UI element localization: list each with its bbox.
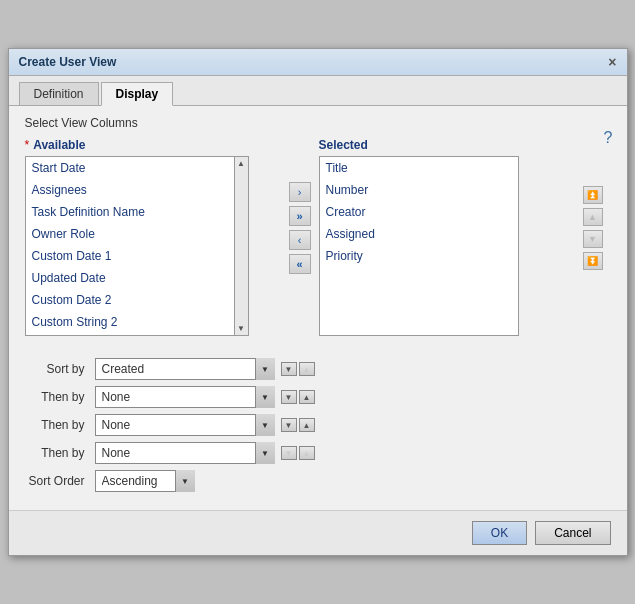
- then-by-1-row: Then by None Title Number Creator Assign…: [25, 386, 611, 408]
- dialog-titlebar: Create User View ×: [9, 49, 627, 76]
- sort-order-label: Sort Order: [25, 474, 85, 488]
- order-up-button[interactable]: ▲: [583, 208, 603, 226]
- list-item[interactable]: Custom String 2: [26, 311, 234, 333]
- sort-by-select-wrap: None Title Number Creator Assigned Prior…: [95, 358, 275, 380]
- columns-area: * Available Start Date Assignees Task De…: [25, 138, 611, 336]
- transfer-left-single-button[interactable]: ‹: [289, 230, 311, 250]
- cancel-button[interactable]: Cancel: [535, 521, 610, 545]
- available-scroll-down[interactable]: ▼: [237, 324, 245, 333]
- then-by-2-arrows: ▼ ▲: [281, 418, 315, 432]
- list-item[interactable]: Start Date: [26, 157, 234, 179]
- then-by-3-down-button[interactable]: ▼: [281, 446, 297, 460]
- available-listbox[interactable]: Start Date Assignees Task Definition Nam…: [25, 156, 235, 336]
- help-icon[interactable]: ?: [604, 129, 613, 147]
- ok-button[interactable]: OK: [472, 521, 527, 545]
- then-by-1-arrows: ▼ ▲: [281, 390, 315, 404]
- order-buttons: ⏫ ▲ ▼ ⏬: [575, 138, 611, 318]
- sort-area: Sort by None Title Number Creator Assign…: [25, 350, 611, 500]
- available-label: Available: [33, 138, 85, 152]
- then-by-1-label: Then by: [25, 390, 85, 404]
- list-item[interactable]: Custom Date 1: [26, 245, 234, 267]
- list-item[interactable]: Custom Date 2: [26, 289, 234, 311]
- dialog-body: ? Select View Columns * Available Start …: [9, 106, 627, 510]
- then-by-3-row: Then by None Title Number Creator Assign…: [25, 442, 611, 464]
- then-by-2-select-wrap: None Title Number Creator Assigned Prior…: [95, 414, 275, 436]
- then-by-1-select[interactable]: None Title Number Creator Assigned Prior…: [95, 386, 275, 408]
- sort-by-select[interactable]: None Title Number Creator Assigned Prior…: [95, 358, 275, 380]
- selected-label: Selected: [319, 138, 368, 152]
- selected-listbox[interactable]: Title Number Creator Assigned Priority: [319, 156, 519, 336]
- selected-panel: Selected Title Number Creator Assigned P…: [319, 138, 575, 336]
- tab-bar: Definition Display: [9, 76, 627, 106]
- then-by-3-select[interactable]: None Title Number Creator Assigned Prior…: [95, 442, 275, 464]
- section-label: Select View Columns: [25, 116, 611, 130]
- available-panel: * Available Start Date Assignees Task De…: [25, 138, 281, 336]
- sort-by-row: Sort by None Title Number Creator Assign…: [25, 358, 611, 380]
- selected-header: Selected: [319, 138, 575, 152]
- sort-by-down-button[interactable]: ▼: [281, 362, 297, 376]
- close-button[interactable]: ×: [608, 55, 616, 69]
- then-by-3-select-wrap: None Title Number Creator Assigned Prior…: [95, 442, 275, 464]
- required-asterisk: *: [25, 138, 30, 152]
- then-by-2-row: Then by None Title Number Creator Assign…: [25, 414, 611, 436]
- transfer-buttons: › » ‹ «: [281, 138, 319, 318]
- list-item[interactable]: Created: [26, 333, 234, 336]
- list-item[interactable]: Assigned: [320, 223, 518, 245]
- then-by-2-up-button[interactable]: ▲: [299, 418, 315, 432]
- list-item[interactable]: Priority: [320, 245, 518, 267]
- create-user-view-dialog: Create User View × Definition Display ? …: [8, 48, 628, 556]
- then-by-1-down-button[interactable]: ▼: [281, 390, 297, 404]
- list-item[interactable]: Number: [320, 179, 518, 201]
- sort-order-select[interactable]: Ascending Descending: [95, 470, 195, 492]
- then-by-1-up-button[interactable]: ▲: [299, 390, 315, 404]
- list-item[interactable]: Assignees: [26, 179, 234, 201]
- sort-by-label: Sort by: [25, 362, 85, 376]
- order-bottom-button[interactable]: ⏬: [583, 252, 603, 270]
- transfer-right-all-button[interactable]: »: [289, 206, 311, 226]
- list-item[interactable]: Updated Date: [26, 267, 234, 289]
- sort-order-select-wrap: Ascending Descending ▼: [95, 470, 195, 492]
- then-by-3-label: Then by: [25, 446, 85, 460]
- transfer-left-all-button[interactable]: «: [289, 254, 311, 274]
- then-by-3-up-button[interactable]: ▲: [299, 446, 315, 460]
- list-item[interactable]: Task Definition Name: [26, 201, 234, 223]
- list-item[interactable]: Owner Role: [26, 223, 234, 245]
- list-item[interactable]: Title: [320, 157, 518, 179]
- sort-by-arrows: ▼ ▲: [281, 362, 315, 376]
- order-down-button[interactable]: ▼: [583, 230, 603, 248]
- available-scroll-up[interactable]: ▲: [237, 159, 245, 168]
- list-item[interactable]: Creator: [320, 201, 518, 223]
- then-by-2-select[interactable]: None Title Number Creator Assigned Prior…: [95, 414, 275, 436]
- then-by-1-select-wrap: None Title Number Creator Assigned Prior…: [95, 386, 275, 408]
- dialog-title: Create User View: [19, 55, 117, 69]
- order-top-button[interactable]: ⏫: [583, 186, 603, 204]
- dialog-footer: OK Cancel: [9, 510, 627, 555]
- available-header: * Available: [25, 138, 281, 152]
- tab-definition[interactable]: Definition: [19, 82, 99, 105]
- transfer-right-single-button[interactable]: ›: [289, 182, 311, 202]
- then-by-2-label: Then by: [25, 418, 85, 432]
- then-by-3-arrows: ▼ ▲: [281, 446, 315, 460]
- then-by-2-down-button[interactable]: ▼: [281, 418, 297, 432]
- tab-display[interactable]: Display: [101, 82, 174, 106]
- sort-by-up-button[interactable]: ▲: [299, 362, 315, 376]
- sort-order-row: Sort Order Ascending Descending ▼: [25, 470, 611, 492]
